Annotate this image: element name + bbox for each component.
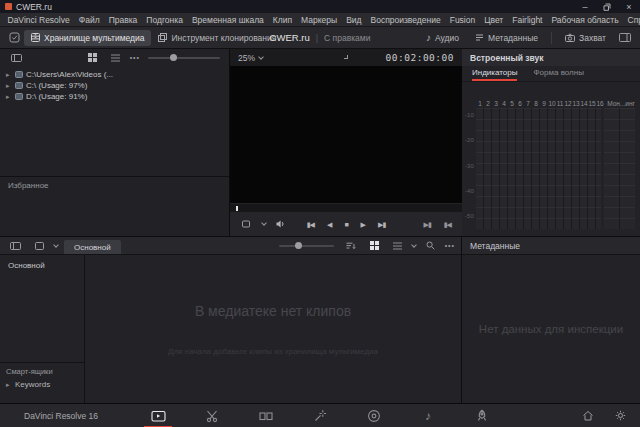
disclosure-icon[interactable]: ▸ [6, 71, 12, 78]
clone-tool-button[interactable]: Инструмент клонирования [151, 30, 283, 46]
zoom-value: 25% [238, 53, 255, 63]
goto-first-button[interactable]: ▮◀ [304, 219, 317, 230]
color-page-icon[interactable] [363, 405, 385, 427]
cut-page-icon[interactable] [201, 405, 223, 427]
clips-empty-area[interactable]: В медиатеке нет клипов Для начала добавь… [85, 255, 461, 403]
davinci-resolve-window: CWER.ru – × DaVinci ResolveФайлПравкаПод… [0, 0, 640, 427]
stop-button[interactable]: ■ [341, 219, 350, 230]
music-note-icon: ♪ [425, 410, 431, 422]
channel-number: 9 [540, 100, 548, 107]
thumbnail-view-icon[interactable] [84, 51, 101, 64]
channel-number: 14 [580, 100, 588, 107]
grid-view-icon[interactable] [366, 239, 383, 252]
bottom-section: Основной ••• [0, 237, 640, 403]
more-options-icon[interactable]: ••• [445, 242, 455, 249]
channel-number: 7 [524, 100, 532, 107]
viewer-scrubber[interactable] [230, 203, 462, 212]
fusion-page-icon[interactable] [309, 405, 331, 427]
favorites-label: Избранное [8, 181, 49, 190]
storage-tree-item[interactable]: ▸ C:\Users\Alex\Videos (... [0, 69, 229, 80]
drive-icon [15, 71, 23, 78]
disclosure-icon[interactable]: ▸ [6, 93, 12, 100]
menu-item[interactable]: Подгонка [142, 15, 188, 25]
capture-button[interactable]: Захват [558, 30, 613, 46]
bin-view-icon[interactable] [31, 240, 48, 252]
media-page-icon[interactable] [147, 405, 169, 427]
play-button[interactable]: ▶ [358, 219, 368, 230]
audio-tab[interactable]: Форма волны [533, 68, 583, 81]
jump-buttons: ▶▮▮◀ [421, 219, 455, 230]
menu-item[interactable]: Клип [268, 15, 296, 25]
clip-options-dropdown[interactable] [238, 218, 256, 230]
chevron-down-icon[interactable] [261, 220, 267, 226]
settings-gear-icon[interactable] [611, 408, 630, 423]
home-icon[interactable] [578, 408, 598, 423]
deliver-page-icon[interactable] [471, 405, 493, 427]
channel-number: 6 [516, 100, 524, 107]
channel-number: 8 [532, 100, 540, 107]
jump-to-in-button[interactable]: ▶▮ [421, 219, 434, 230]
fairlight-page-icon[interactable]: ♪ [417, 405, 439, 427]
minimize-button[interactable]: – [574, 0, 596, 13]
menu-item[interactable]: Справка [623, 15, 640, 25]
play-reverse-button[interactable]: ◀ [324, 219, 334, 230]
bin-item[interactable]: Основной [0, 259, 84, 272]
zoom-dropdown[interactable]: 25% [238, 53, 263, 63]
menu-item[interactable]: Fusion [445, 15, 480, 25]
metadata-panel-button[interactable]: Метаданные [468, 30, 545, 46]
menu-item[interactable]: Воспроизведение [366, 15, 445, 25]
playhead-marker[interactable] [236, 206, 238, 211]
bin-list-toggle-icon[interactable] [6, 240, 25, 252]
viewer-source-dropdown-icon[interactable] [344, 55, 348, 59]
list-view-icon[interactable] [107, 52, 124, 64]
disclosure-icon[interactable]: ▸ [6, 82, 12, 89]
slider-handle[interactable] [295, 242, 302, 249]
chevron-down-icon[interactable] [53, 242, 59, 248]
menu-item[interactable]: Рабочая область [547, 15, 623, 25]
jump-to-out-button[interactable]: ▮◀ [441, 219, 454, 230]
menu-item[interactable]: Файл [74, 15, 104, 25]
panel-toggle-icon[interactable] [7, 52, 26, 64]
keywords-label: Keywords [15, 380, 50, 389]
chevron-down-icon[interactable] [411, 242, 417, 248]
list-view-icon[interactable] [389, 240, 406, 252]
monitoring-meters [604, 108, 635, 229]
bin-tab-main[interactable]: Основной [64, 240, 121, 254]
thumbnail-size-slider[interactable] [148, 57, 220, 59]
audio-tab[interactable]: Индикаторы [472, 68, 517, 81]
audio-panel-button[interactable]: ♪ Аудио [419, 30, 466, 46]
menu-item[interactable]: Цвет [480, 15, 508, 25]
media-storage-button[interactable]: Хранилище мультимедиа [24, 30, 151, 46]
menu-item[interactable]: Fairlight [508, 15, 547, 25]
goto-last-button[interactable]: ▶▮ [375, 219, 388, 230]
edit-page-icon[interactable] [255, 405, 277, 427]
more-options-icon[interactable]: ••• [130, 54, 140, 61]
sort-icon[interactable] [342, 240, 360, 252]
speaker-icon[interactable] [272, 218, 289, 230]
audio-meters: 12345678910111213141516 Мон...инг -10-20… [462, 82, 640, 236]
checkbox-icon[interactable] [5, 30, 24, 45]
menu-item[interactable]: DaVinci Resolve [3, 15, 74, 25]
menu-item[interactable]: Маркеры [297, 15, 342, 25]
clip-size-slider[interactable] [279, 245, 334, 247]
media-storage-label: Хранилище мультимедиа [44, 33, 144, 43]
maximize-button[interactable] [596, 0, 618, 13]
search-icon[interactable] [422, 239, 439, 252]
transport-controls: ▮◀◀■▶▶▮ ▶▮▮◀ [230, 212, 462, 236]
close-button[interactable]: × [618, 0, 640, 13]
panel-layout-icon[interactable] [615, 31, 635, 44]
storage-tree-item[interactable]: ▸ D:\ (Usage: 91%) [0, 91, 229, 102]
disclosure-icon[interactable]: ▸ [6, 381, 12, 388]
menu-item[interactable]: Вид [342, 15, 366, 25]
music-note-icon: ♪ [426, 33, 431, 43]
window-title: CWER.ru [16, 2, 52, 12]
menu-item[interactable]: Временная шкала [187, 15, 268, 25]
storage-tree-item[interactable]: ▸ C:\ (Usage: 97%) [0, 80, 229, 91]
cabinet-icon [31, 33, 40, 42]
viewer-display[interactable] [230, 66, 462, 203]
slider-handle[interactable] [170, 54, 177, 61]
db-label: -40 [465, 188, 474, 194]
menu-item[interactable]: Правка [104, 15, 142, 25]
audio-panel-header: Встроенный звук [462, 49, 640, 66]
keywords-item[interactable]: ▸ Keywords [0, 378, 84, 403]
